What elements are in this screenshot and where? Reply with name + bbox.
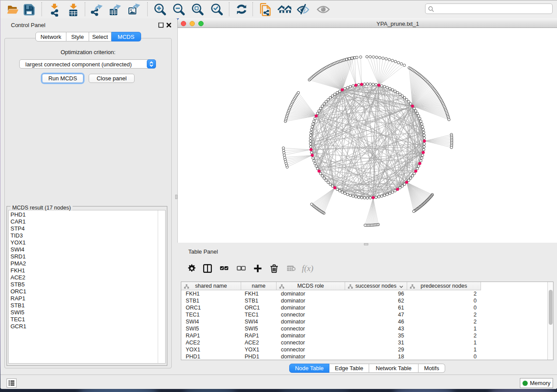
clone-network-icon[interactable] xyxy=(259,3,272,16)
export-network-icon[interactable] xyxy=(90,3,103,16)
table-tabs: Node TableEdge TableNetwork TableMotifs xyxy=(289,364,445,373)
zoom-in-icon[interactable] xyxy=(153,3,166,16)
cell-name: FKH1 xyxy=(245,290,259,297)
mcds-result-item[interactable]: PMA2 xyxy=(10,260,26,267)
gear-icon[interactable] xyxy=(187,264,202,273)
mcds-list-scrollbar[interactable] xyxy=(158,210,158,363)
open-file-icon[interactable] xyxy=(7,3,20,16)
delete-row-icon[interactable] xyxy=(270,264,285,273)
tab-network-table[interactable]: Network Table xyxy=(369,364,419,373)
table-row-FKH1[interactable]: FKH1 FKH1 dominator 96 2 xyxy=(181,290,553,297)
column-header-successor-nodes[interactable]: successor nodes xyxy=(345,282,407,290)
cell-predecessor-nodes: 0 xyxy=(442,297,477,304)
cell-mcds-role: dominator xyxy=(281,297,305,304)
cell-shared-name: RAP1 xyxy=(186,332,200,339)
column-header-predecessor-nodes[interactable]: predecessor nodes xyxy=(407,282,481,290)
mcds-result-item[interactable]: STB5 xyxy=(10,281,25,288)
import-network-icon[interactable] xyxy=(48,3,61,16)
tab-network[interactable]: Network xyxy=(35,32,66,41)
mcds-result-item[interactable]: STB1 xyxy=(10,302,25,309)
cell-predecessor-nodes: 0 xyxy=(442,353,477,360)
mcds-result-item[interactable]: PHD1 xyxy=(10,211,26,218)
add-column-icon[interactable] xyxy=(253,264,268,273)
mcds-result-item[interactable]: TID3 xyxy=(10,232,23,239)
network-window-titlebar[interactable]: YPA_prune.txt_1 xyxy=(177,18,557,28)
mcds-result-item[interactable]: STP4 xyxy=(10,225,25,232)
table-row-RAP1[interactable]: RAP1 RAP1 dominator 35 2 xyxy=(181,332,553,339)
memory-button[interactable]: Memory xyxy=(520,378,553,388)
function-builder-icon: f(x) xyxy=(301,264,316,273)
column-header-shared-name[interactable]: shared name xyxy=(181,282,241,290)
mcds-result-item[interactable]: ACE2 xyxy=(10,274,25,281)
table-row-YOX1[interactable]: YOX1 YOX1 connector 29 1 xyxy=(181,346,553,353)
tab-style[interactable]: Style xyxy=(66,32,89,41)
cell-successor-nodes: 46 xyxy=(369,318,404,325)
export-table-icon[interactable] xyxy=(108,3,121,16)
network-canvas[interactable] xyxy=(177,28,557,243)
column-header-name[interactable]: name xyxy=(241,282,277,290)
mcds-result-item[interactable]: FKH1 xyxy=(10,267,25,274)
mcds-result-item[interactable]: SWI4 xyxy=(10,246,24,253)
column-header-MCDS-role[interactable]: MCDS role xyxy=(277,282,345,290)
cell-predecessor-nodes: 0 xyxy=(442,304,477,311)
save-session-icon[interactable] xyxy=(22,3,35,16)
zoom-out-icon[interactable] xyxy=(172,3,185,16)
import-table-icon[interactable] xyxy=(66,3,80,16)
cell-successor-nodes: 62 xyxy=(369,297,404,304)
export-image-icon[interactable] xyxy=(128,3,141,16)
zoom-fit-icon[interactable] xyxy=(191,3,204,16)
table-scrollbar[interactable] xyxy=(547,282,553,360)
tab-select[interactable]: Select xyxy=(89,32,111,41)
tab-node-table[interactable]: Node Table xyxy=(289,364,329,373)
cell-shared-name: TEC1 xyxy=(186,311,200,318)
cell-predecessor-nodes: 2 xyxy=(442,311,477,318)
table-header: shared namenameMCDS rolesuccessor nodesp… xyxy=(181,282,553,290)
table-row-ACE2[interactable]: ACE2 ACE2 connector 31 1 xyxy=(181,339,553,346)
unselect-all-icon[interactable] xyxy=(237,264,252,273)
first-neighbors-icon[interactable] xyxy=(277,3,291,16)
vertical-splitter-handle[interactable] xyxy=(175,195,177,199)
mcds-result-item[interactable]: SWI5 xyxy=(10,309,24,316)
table-row-STB1[interactable]: STB1 STB1 dominator 62 0 xyxy=(181,297,553,304)
table-row-SWI5[interactable]: SWI5 SWI5 connector 43 1 xyxy=(181,325,553,332)
cell-successor-nodes: 18 xyxy=(369,353,404,360)
mcds-result-item[interactable]: YOX1 xyxy=(10,239,26,246)
mcds-result-item[interactable]: RAP1 xyxy=(10,295,25,302)
control-panel-title: Control Panel xyxy=(11,22,45,28)
table-scrollbar-thumb[interactable] xyxy=(549,290,553,325)
close-panel-button[interactable]: Close panel xyxy=(89,74,135,83)
cell-mcds-role: dominator xyxy=(281,332,305,339)
table-row-PHD1[interactable]: PHD1 PHD1 dominator 18 0 xyxy=(181,353,553,360)
tab-edge-table[interactable]: Edge Table xyxy=(329,364,369,373)
cell-predecessor-nodes: 1 xyxy=(442,325,477,332)
task-history-button[interactable] xyxy=(7,378,17,388)
float-panel-icon[interactable] xyxy=(158,22,164,28)
tab-motifs[interactable]: Motifs xyxy=(419,364,445,373)
cell-name: TEC1 xyxy=(245,311,259,318)
select-all-icon[interactable] xyxy=(220,264,235,273)
table-row-TEC1[interactable]: TEC1 TEC1 connector 47 2 xyxy=(181,311,553,318)
mcds-result-item[interactable]: GCR1 xyxy=(10,323,26,330)
mcds-result-item[interactable]: SRD1 xyxy=(10,253,26,260)
split-columns-icon[interactable] xyxy=(203,264,218,273)
cell-successor-nodes: 35 xyxy=(369,332,404,339)
close-panel-icon[interactable] xyxy=(166,22,172,28)
cell-name: RAP1 xyxy=(245,332,259,339)
mcds-result-list[interactable]: PHD1CAR1STP4TID3YOX1SWI4SRD1PMA2FKH1ACE2… xyxy=(8,210,166,364)
zoom-selected-icon[interactable] xyxy=(210,3,223,16)
tab-mcds[interactable]: MCDS xyxy=(111,32,141,41)
criterion-select[interactable]: largest connected component (undirected) xyxy=(19,59,156,69)
run-mcds-button[interactable]: Run MCDS xyxy=(42,74,83,83)
sort-chevron-icon[interactable] xyxy=(399,282,403,290)
horizontal-splitter-handle[interactable] xyxy=(364,243,368,245)
apply-layout-icon[interactable] xyxy=(235,3,248,16)
table-row-SWI4[interactable]: SWI4 SWI4 dominator 46 2 xyxy=(181,318,553,325)
table-row-ORC1[interactable]: ORC1 ORC1 dominator 61 0 xyxy=(181,304,553,311)
mcds-result-item[interactable]: ORC1 xyxy=(10,288,26,295)
cell-name: ORC1 xyxy=(245,304,260,311)
hide-selection-icon[interactable] xyxy=(296,3,309,16)
mcds-result-item[interactable]: TEC1 xyxy=(10,316,25,323)
toolbar-separator xyxy=(229,2,229,16)
search-input[interactable] xyxy=(425,3,553,14)
mcds-result-item[interactable]: CAR1 xyxy=(10,218,26,225)
